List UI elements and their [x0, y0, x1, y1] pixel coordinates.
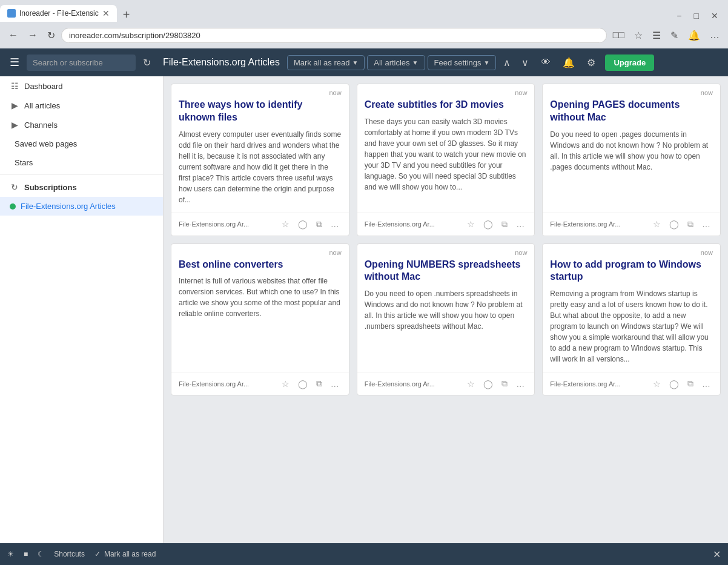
- article-title[interactable]: Create subtitles for 3D movies: [357, 96, 535, 116]
- sidebar-item-saved-web-pages[interactable]: Saved web pages: [0, 134, 163, 153]
- more-button[interactable]: …: [514, 218, 527, 230]
- read-button[interactable]: ◯: [667, 218, 681, 230]
- article-card[interactable]: now How to add program to Windows startu…: [542, 243, 721, 396]
- read-button[interactable]: ◯: [481, 378, 495, 390]
- article-card-header: now: [543, 84, 720, 96]
- all-articles-label: All articles: [374, 58, 409, 67]
- article-source: File-Extensions.org Ar...: [179, 220, 276, 228]
- article-title[interactable]: How to add program to Windows startup: [543, 256, 720, 289]
- sidebar-item-all-articles[interactable]: ▶ All articles: [0, 96, 163, 115]
- bottom-mark-all-read-button[interactable]: ✓ Mark all as read: [94, 550, 156, 558]
- article-card[interactable]: now Create subtitles for 3D movies These…: [357, 84, 535, 236]
- maximize-button[interactable]: □: [689, 10, 704, 22]
- open-button[interactable]: ⧉: [314, 377, 325, 390]
- article-card[interactable]: now Best online converters Internet is f…: [171, 243, 349, 396]
- more-button[interactable]: …: [700, 218, 713, 230]
- back-button[interactable]: ←: [5, 27, 22, 43]
- open-button[interactable]: ⧉: [685, 218, 696, 231]
- article-card[interactable]: now Three ways how to identify uknown fi…: [171, 84, 349, 236]
- article-footer: File-Extensions.org Ar... ☆ ◯ ⧉ …: [357, 213, 535, 236]
- new-tab-button[interactable]: +: [117, 8, 136, 22]
- reload-button[interactable]: ↻: [44, 27, 59, 44]
- star-button[interactable]: ☆: [465, 218, 477, 230]
- minimize-button[interactable]: −: [672, 10, 686, 22]
- sidebar-item-stars[interactable]: Stars: [0, 153, 163, 172]
- star-button[interactable]: ☆: [650, 378, 663, 390]
- more-button[interactable]: …: [700, 378, 713, 390]
- shortcuts-label: Shortcuts: [54, 550, 85, 558]
- close-window-button[interactable]: ✕: [706, 10, 723, 22]
- article-excerpt: Almost every computer user eventually fi…: [171, 129, 349, 213]
- feed-title: File-Extensions.org Articles: [158, 57, 285, 68]
- star-button[interactable]: ☆: [279, 378, 292, 390]
- feed-settings-label: Feed settings: [434, 58, 481, 67]
- theme-toggle-button[interactable]: ■: [24, 550, 28, 558]
- sidebar-item-channels[interactable]: ▶ Channels: [0, 115, 163, 134]
- next-article-button[interactable]: ∨: [517, 55, 534, 71]
- article-title[interactable]: Best online converters: [171, 256, 349, 276]
- sidebar-divider: [0, 174, 163, 175]
- more-button[interactable]: …: [328, 378, 342, 390]
- bottom-bar: ☀ ■ ☾ Shortcuts ✓ Mark all as read ✕: [0, 543, 728, 565]
- article-title[interactable]: Opening NUMBERS spreadsheets without Mac: [357, 256, 535, 289]
- article-excerpt: These days you can easily watch 3D movie…: [357, 116, 535, 213]
- settings-gear-button[interactable]: ⚙: [582, 55, 600, 71]
- dashboard-icon: ☷: [10, 81, 19, 91]
- article-card-header: now: [171, 244, 349, 256]
- view-toggle-button[interactable]: 👁: [536, 55, 555, 70]
- read-button[interactable]: ◯: [296, 218, 310, 230]
- article-card[interactable]: now Opening PAGES documents without Mac …: [542, 84, 721, 236]
- star-button[interactable]: ☆: [650, 218, 663, 230]
- open-button[interactable]: ⧉: [499, 218, 510, 231]
- active-tab[interactable]: Inoreader - File-Extensic ✕: [0, 5, 117, 22]
- article-timestamp: now: [701, 249, 713, 256]
- prev-article-button[interactable]: ∧: [498, 55, 515, 71]
- mark-all-read-button[interactable]: Mark all as read ▼: [287, 55, 365, 70]
- article-title[interactable]: Three ways how to identify uknown files: [171, 96, 349, 129]
- shortcuts-button[interactable]: Shortcuts: [54, 550, 85, 558]
- tab-title: Inoreader - File-Extensic: [19, 9, 99, 18]
- refresh-feed-button[interactable]: ↻: [138, 55, 156, 71]
- read-button[interactable]: ◯: [481, 218, 495, 230]
- open-button[interactable]: ⧉: [685, 377, 696, 390]
- read-button[interactable]: ◯: [667, 378, 681, 390]
- notifications-button[interactable]: 🔔: [684, 27, 704, 44]
- tab-close-button[interactable]: ✕: [102, 8, 110, 18]
- more-options-button[interactable]: …: [706, 27, 723, 43]
- star-button[interactable]: ☆: [465, 378, 477, 390]
- tab-bar: Inoreader - File-Extensic ✕ + − □ ✕: [0, 0, 728, 22]
- feed-settings-button[interactable]: Feed settings ▼: [428, 55, 497, 70]
- open-button[interactable]: ⧉: [314, 218, 325, 231]
- notification-bell-button[interactable]: 🔔: [558, 55, 580, 71]
- sidebar-item-subscriptions[interactable]: ↻ Subscriptions: [0, 177, 163, 197]
- open-button[interactable]: ⧉: [499, 377, 510, 390]
- more-button[interactable]: …: [514, 378, 527, 390]
- hamburger-menu-button[interactable]: ☰: [5, 53, 24, 71]
- reader-view-button[interactable]: □□: [609, 27, 628, 43]
- all-articles-button[interactable]: All articles ▼: [367, 55, 425, 70]
- article-card[interactable]: now Opening NUMBERS spreadsheets without…: [357, 243, 535, 396]
- sidebar-item-active-feed[interactable]: File-Extensions.org Articles: [0, 197, 163, 216]
- stars-label: Stars: [15, 158, 33, 167]
- upgrade-button[interactable]: Upgrade: [605, 55, 654, 71]
- article-source: File-Extensions.org Ar...: [365, 380, 462, 388]
- more-button[interactable]: …: [328, 218, 342, 230]
- read-button[interactable]: ◯: [296, 378, 310, 390]
- sidebar-channels-label: Channels: [24, 121, 58, 130]
- search-input[interactable]: [27, 55, 136, 71]
- forward-button[interactable]: →: [24, 27, 41, 43]
- bookmark-button[interactable]: ☆: [630, 27, 646, 44]
- channels-expand-icon: ▶: [10, 120, 19, 130]
- bottom-mark-all-read-label: Mark all as read: [104, 550, 156, 558]
- article-excerpt: Removing a program from Windows startup …: [543, 288, 720, 372]
- menu-button[interactable]: ☰: [649, 27, 664, 44]
- bottom-close-button[interactable]: ✕: [713, 549, 721, 560]
- moon-icon-button[interactable]: ☾: [38, 550, 44, 558]
- article-title[interactable]: Opening PAGES documents without Mac: [543, 96, 720, 129]
- sun-icon: ☀: [7, 550, 14, 558]
- edit-button[interactable]: ✎: [667, 27, 682, 44]
- star-button[interactable]: ☆: [279, 218, 292, 230]
- sun-icon-button[interactable]: ☀: [7, 550, 14, 558]
- address-bar[interactable]: [61, 28, 607, 43]
- sidebar-item-dashboard[interactable]: ☷ Dashboard: [0, 76, 163, 96]
